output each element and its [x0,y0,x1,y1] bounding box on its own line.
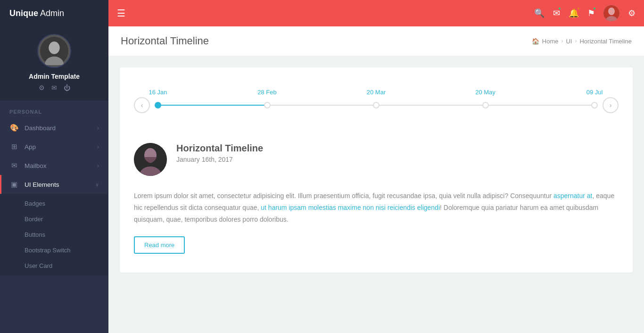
sidebar-item-label-mailbox: Mailbox [25,162,47,169]
sidebar-username: Admin Template [29,73,80,80]
content-area: ‹ 16 Jan 28 Feb 20 [108,56,644,333]
timeline-point-dot-1 [264,102,271,108]
read-more-button[interactable]: Read more [134,236,185,254]
timeline-point-3[interactable]: 20 May [482,102,489,108]
chevron-right-icon-app: › [97,144,99,150]
timeline-point-dot-2 [373,102,380,108]
timeline-track-wrapper: ‹ 16 Jan 28 Feb 20 [134,82,619,124]
hamburger-icon[interactable]: ☰ [117,8,125,19]
sidebar-sub-buttons[interactable]: Buttons [0,227,108,242]
brand-name: Unique Admin [9,8,64,18]
page-header: Horizontal Timeline 🏠 Home › UI › Horizo… [108,26,644,56]
breadcrumb-home[interactable]: Home [542,38,559,45]
timeline-point-4[interactable]: 09 Jul [591,102,598,108]
timeline-point-label-1: 28 Feb [257,89,276,96]
sidebar-submenu-ui: Badges Border Buttons Bootstrap Switch U… [0,194,108,275]
timeline-point-1[interactable]: 28 Feb [264,102,271,108]
breadcrumb-sep2: › [575,38,577,44]
event-date: January 16th, 2017 [176,156,619,163]
sidebar-section-personal: PERSONAL [0,100,108,118]
avatar [37,34,71,68]
sidebar-item-mailbox[interactable]: ✉ Mailbox › [0,156,108,175]
text-highlight-2: ut harum ipsam molestias maxime non nisi… [261,204,440,211]
chevron-right-icon-mailbox: › [97,163,99,168]
sidebar-user-section: Admin Template ⚙ ✉ ⏻ [0,27,108,100]
timeline-point-0[interactable]: 16 Jan [155,102,161,108]
svg-point-1 [49,42,59,54]
bell-badge [577,7,580,10]
event-content: Horizontal Timeline January 16th, 2017 [134,143,619,176]
event-body: Lorem ipsum dolor sit amet, consectetur … [134,190,619,254]
user-avatar-topnav[interactable] [603,5,619,21]
breadcrumb-current: Horizontal Timeline [579,38,632,45]
topnav-right: 🔍 ✉ 🔔 ⚑ ⚙ [534,5,636,21]
settings-icon[interactable]: ⚙ [628,8,636,18]
bell-icon[interactable]: 🔔 [569,8,579,18]
sidebar-user-icons: ⚙ ✉ ⏻ [39,84,70,92]
mail-sidebar-icon: ✉ [9,161,19,170]
breadcrumb-section[interactable]: UI [566,38,572,45]
email-badge [558,7,561,10]
chevron-right-icon: › [97,125,99,131]
topnav: ☰ 🔍 ✉ 🔔 ⚑ ⚙ [108,0,644,26]
flag-badge [593,7,596,10]
timeline-point-dot-3 [482,102,489,108]
sidebar-item-label-ui: UI Elements [25,181,59,188]
chevron-down-icon-ui: ∨ [95,182,99,188]
timeline-point-label-3: 20 May [475,89,495,96]
sidebar-item-app[interactable]: ⊞ App › [0,137,108,156]
email-icon[interactable]: ✉ [553,8,560,18]
timeline-prev-button[interactable]: ‹ [134,97,150,113]
grid-icon: ⊞ [9,142,19,151]
event-info: Horizontal Timeline January 16th, 2017 [176,143,619,163]
sidebar-sub-border[interactable]: Border [0,211,108,227]
sidebar: Unique Admin Admin Template ⚙ ✉ ⏻ PERSON… [0,0,108,333]
svg-point-4 [608,8,615,15]
page-title: Horizontal Timeline [121,35,209,47]
main-area: ☰ 🔍 ✉ 🔔 ⚑ ⚙ [108,0,644,333]
timeline-card: ‹ 16 Jan 28 Feb 20 [120,67,633,273]
timeline-points: 16 Jan 28 Feb 20 Mar 20 May [155,102,598,108]
power-icon[interactable]: ⏻ [64,84,70,92]
timeline-point-2[interactable]: 20 Mar [373,102,380,108]
breadcrumb-sep1: › [561,38,563,44]
sidebar-item-label-app: App [25,143,36,150]
gear-icon[interactable]: ⚙ [39,84,45,92]
event-text: Lorem ipsum dolor sit amet, consectetur … [134,190,619,226]
text-highlight-1: aspernatur at [553,192,593,200]
sidebar-item-label-dashboard: Dashboard [25,125,56,132]
ui-icon: ▣ [9,180,19,189]
breadcrumb: 🏠 Home › UI › Horizontal Timeline [532,38,632,45]
event-avatar [134,143,167,176]
flag-icon[interactable]: ⚑ [587,8,595,18]
sidebar-item-ui-elements[interactable]: ▣ UI Elements ∨ [0,175,108,194]
sidebar-sub-user-card[interactable]: User Card [0,258,108,274]
sidebar-sub-bootstrap-switch[interactable]: Bootstrap Switch [0,242,108,258]
mail-icon[interactable]: ✉ [51,84,57,92]
palette-icon: 🎨 [9,124,19,132]
home-icon: 🏠 [532,38,539,45]
timeline-track: 16 Jan 28 Feb 20 Mar 20 May [155,91,598,119]
timeline-point-label-0: 16 Jan [149,89,167,96]
timeline-point-label-2: 20 Mar [367,89,386,96]
timeline-point-dot-4 [591,102,598,108]
sidebar-brand: Unique Admin [0,0,108,27]
sidebar-sub-badges[interactable]: Badges [0,196,108,211]
event-title: Horizontal Timeline [176,143,619,154]
search-icon[interactable]: 🔍 [534,8,545,18]
sidebar-item-dashboard[interactable]: 🎨 Dashboard › [0,118,108,137]
topnav-left: ☰ [117,8,125,19]
timeline-point-dot-0 [155,102,161,108]
timeline-point-label-4: 09 Jul [586,89,603,96]
timeline-next-button[interactable]: › [603,97,619,113]
